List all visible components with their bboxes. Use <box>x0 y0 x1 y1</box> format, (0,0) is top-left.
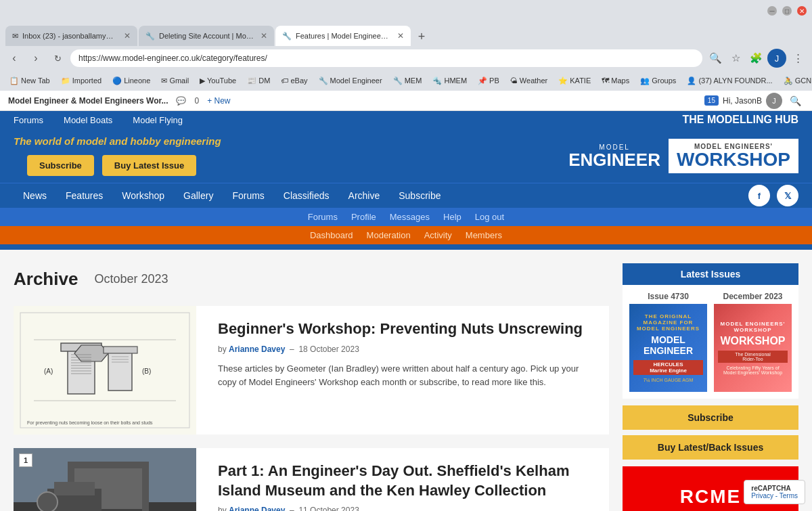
bookmark-groups[interactable]: 👥 Groups <box>636 75 680 87</box>
nav-subscribe[interactable]: Subscribe <box>389 183 450 208</box>
sub-nav: Dashboard Moderation Activity Members <box>0 226 812 244</box>
tab-deleting[interactable]: 🔧 Deleting Site Account | Model ... ✕ <box>139 26 274 46</box>
user-nav-forums[interactable]: Forums <box>308 212 338 222</box>
issue-label-mew: December 2023 <box>714 292 792 301</box>
article-meta-2: by Arianne Davey – 11 October 2023 <box>218 506 598 511</box>
article-title-1[interactable]: Beginner's Workshop: Preventing Nuts Uns… <box>218 319 598 339</box>
bookmark-imported[interactable]: 📁 Imported <box>57 75 106 87</box>
issue-cover-mew[interactable]: MODEL ENGINEERS' WORKSHOP WORKSHOP The D… <box>714 304 792 392</box>
me-cover-top: THE ORIGINAL MAGAZINE FOR MODEL ENGINEER… <box>633 313 703 332</box>
bookmark-pb[interactable]: 📌 PB <box>474 75 503 87</box>
bookmark-model-engineer[interactable]: 🔧 Model Engineer <box>315 75 386 87</box>
issue-card-mew: December 2023 MODEL ENGINEERS' WORKSHOP … <box>714 292 792 392</box>
tab-close-icon[interactable]: ✕ <box>397 31 404 41</box>
new-tab-button[interactable]: + <box>412 27 431 46</box>
mew-cover-badge: The DimensionalRider-Too <box>718 351 788 363</box>
bookmark-gcn[interactable]: 🚴 GCN <box>780 75 812 87</box>
bookmarks-bar: 📋 New Tab 📁 Imported 🔵 Lineone ✉ Gmail ▶… <box>0 70 812 91</box>
nav-forums[interactable]: Forums <box>14 115 43 125</box>
new-button[interactable]: + New <box>207 96 230 106</box>
reload-button[interactable]: ↻ <box>49 49 66 67</box>
buy-issue-button[interactable]: Buy Latest Issue <box>102 155 196 176</box>
bookmark-katie[interactable]: ⭐ KATIE <box>554 75 595 87</box>
user-nav-help[interactable]: Help <box>443 212 461 222</box>
user-search-icon[interactable]: 🔍 <box>786 92 804 110</box>
bookmark-ebay[interactable]: 🏷 eBay <box>277 75 311 86</box>
article-author-2[interactable]: Arianne Davey <box>229 506 285 511</box>
bookmark-icon[interactable]: ☆ <box>727 49 744 67</box>
sub-nav-members[interactable]: Members <box>466 230 502 240</box>
bookmark-maps[interactable]: 🗺 Maps <box>597 75 633 86</box>
bookmark-lineone[interactable]: 🔵 Lineone <box>108 75 154 87</box>
issue-label-me: Issue 4730 <box>629 292 707 301</box>
issue-cover-me[interactable]: THE ORIGINAL MAGAZINE FOR MODEL ENGINEER… <box>629 304 707 392</box>
nav-forums[interactable]: Forums <box>223 183 273 208</box>
tab-gmail[interactable]: ✉ Inbox (23) - jasonballamy1@g... ✕ <box>5 26 137 46</box>
close-button[interactable]: ✕ <box>797 6 807 16</box>
category-bar <box>0 244 812 250</box>
user-nav-logout[interactable]: Log out <box>475 212 504 222</box>
tab-bar: ✉ Inbox (23) - jasonballamy1@g... ✕ 🔧 De… <box>0 22 812 46</box>
address-bar: ‹ › ↻ 🔍 ☆ 🧩 J ⋮ <box>0 46 812 70</box>
notif-badge: 15 <box>704 95 719 106</box>
search-icon[interactable]: 🔍 <box>706 49 724 67</box>
archive-heading-row: Archive October 2023 <box>14 263 609 295</box>
maximize-button[interactable]: □ <box>782 6 792 16</box>
tab-close-icon[interactable]: ✕ <box>124 31 131 41</box>
nav-workshop[interactable]: Workshop <box>112 183 174 208</box>
profile-icon[interactable]: J <box>767 49 786 68</box>
logo-area: MODEL ENGINEER MODEL ENGINEERS' WORKSHOP <box>560 139 798 173</box>
minimize-button[interactable]: ─ <box>767 6 777 16</box>
article-author-1[interactable]: Arianne Davey <box>229 345 285 354</box>
nav-gallery[interactable]: Gallery <box>174 183 223 208</box>
bookmark-weather[interactable]: 🌤 Weather <box>506 75 551 86</box>
bookmark-dm[interactable]: 📰 DM <box>243 75 274 87</box>
sub-nav-dashboard[interactable]: Dashboard <box>310 230 353 240</box>
extensions-icon[interactable]: 🧩 <box>747 49 765 67</box>
site-notification-bar: Model Engineer & Model Engineers Wor... … <box>0 91 812 111</box>
nav-model-boats[interactable]: Model Boats <box>64 115 112 125</box>
subscribe-button[interactable]: Subscribe <box>27 155 94 176</box>
bookmark-alyn[interactable]: 👤 (37) ALYN FOUNDR... <box>683 75 776 87</box>
social-icons: f 𝕏 <box>748 185 798 206</box>
latest-issues-heading: Latest Issues <box>623 263 798 285</box>
sidebar: Latest Issues Issue 4730 THE ORIGINAL MA… <box>623 263 798 511</box>
tab-features[interactable]: 🔧 Features | Model Engineer & M... ✕ <box>275 26 411 46</box>
tab-label: Features | Model Engineer & M... <box>296 32 390 40</box>
me-cover-subtext: 7¼ INCH GAUGE AGM <box>633 378 703 382</box>
sub-nav-activity[interactable]: Activity <box>424 230 452 240</box>
bookmark-hmem[interactable]: 🔩 HMEM <box>428 75 471 87</box>
user-nav-profile[interactable]: Profile <box>351 212 376 222</box>
nav-model-flying[interactable]: Model Flying <box>133 115 183 125</box>
article-date-2: 11 October 2023 <box>298 506 359 511</box>
article-thumb-2: 1 <box>14 448 196 511</box>
article-title-2[interactable]: Part 1: An Engineer's Day Out. Sheffield… <box>218 462 598 500</box>
address-input[interactable] <box>70 49 702 67</box>
sidebar-buy-back-button[interactable]: Buy Latest/Back Issues <box>623 435 798 460</box>
site-top-nav: Forums Model Boats Model Flying THE MODE… <box>0 111 812 129</box>
menu-icon[interactable]: ⋮ <box>789 49 807 67</box>
nav-features[interactable]: Features <box>56 183 112 208</box>
bookmark-gmail[interactable]: ✉ Gmail <box>157 75 193 87</box>
mew-cover-top: MODEL ENGINEERS' WORKSHOP <box>718 321 788 333</box>
nav-news[interactable]: News <box>14 183 56 208</box>
modelling-hub-label: THE MODELLING HUB <box>682 114 798 126</box>
recaptcha-label: reCAPTCHA <box>751 485 798 492</box>
article-thumb-1: (A) (B) For preventing nuts becoming loo… <box>14 306 196 435</box>
bookmark-youtube[interactable]: ▶ YouTube <box>196 75 240 87</box>
month-label: October 2023 <box>94 272 168 286</box>
bookmark-mem[interactable]: 🔧 MEM <box>389 75 426 87</box>
svg-text:(A): (A) <box>44 368 53 375</box>
bookmark-new-tab[interactable]: 📋 New Tab <box>5 75 54 87</box>
back-button[interactable]: ‹ <box>5 49 23 67</box>
forward-button[interactable]: › <box>27 49 45 67</box>
site-branding: The world of model and hobby engineering… <box>0 129 812 183</box>
nav-archive[interactable]: Archive <box>339 183 390 208</box>
twitter-icon[interactable]: 𝕏 <box>777 185 798 206</box>
nav-classifieds[interactable]: Classifieds <box>274 183 339 208</box>
sub-nav-moderation[interactable]: Moderation <box>367 230 411 240</box>
sidebar-subscribe-button[interactable]: Subscribe <box>623 405 798 430</box>
tab-close-icon[interactable]: ✕ <box>261 31 267 41</box>
user-nav-messages[interactable]: Messages <box>390 212 430 222</box>
facebook-icon[interactable]: f <box>748 185 770 206</box>
